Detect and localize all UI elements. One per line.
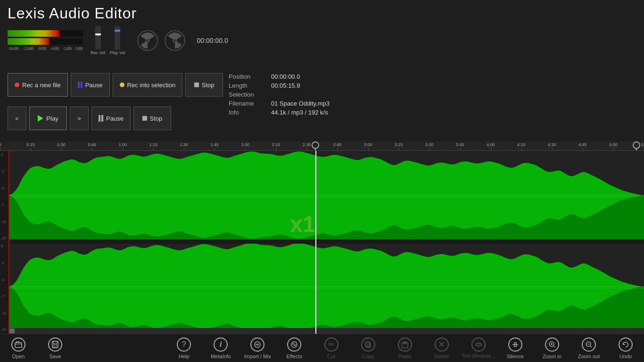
- timeline-ruler[interactable]: 00:150:300:451:001:151:301:452:002:152:3…: [0, 141, 644, 151]
- help-button[interactable]: ? Help: [165, 334, 202, 362]
- import-mix-icon: [250, 337, 264, 352]
- pause2-icon: [99, 115, 103, 122]
- transport-fan-left: [137, 30, 158, 51]
- rec-new-label: Rec a new file: [22, 82, 61, 89]
- stop1-label: Stop: [202, 82, 215, 89]
- copy-icon: [361, 337, 375, 352]
- channel-divider: [0, 242, 644, 244]
- zero-line-bottom: [8, 288, 644, 288]
- pause2-button[interactable]: Pause: [91, 107, 131, 130]
- filename-value: 01 Space Oddity.mp3: [271, 100, 365, 107]
- svg-line-27: [553, 346, 555, 347]
- info-value: 44.1k / mp3 / 192 k/s: [271, 109, 365, 116]
- svg-rect-22: [476, 344, 481, 346]
- zoom-in-icon: [545, 337, 559, 352]
- play-icon: [38, 115, 43, 122]
- copy-button[interactable]: Copy: [350, 334, 387, 362]
- metainfo-button[interactable]: i MetaInfo: [202, 334, 239, 362]
- svg-point-3: [173, 39, 177, 42]
- zoom-out-button[interactable]: Zoom out: [570, 334, 607, 362]
- svg-rect-12: [15, 343, 22, 347]
- trim-label: Trim (Reverse...: [462, 354, 495, 359]
- vol-sliders: Rec Vol Play Vol: [91, 26, 125, 55]
- play-vol-track[interactable]: [115, 26, 120, 49]
- position-value: 00:00:00.0: [271, 73, 365, 80]
- trim-button[interactable]: Trim (Reverse...: [460, 334, 497, 362]
- paste-button[interactable]: Paste: [387, 334, 423, 362]
- silence-icon: [508, 337, 522, 352]
- info-label: Info: [229, 109, 271, 116]
- zero-line-top: [8, 197, 644, 197]
- playhead-top-marker: [312, 141, 319, 151]
- cut-button[interactable]: Cut: [313, 334, 349, 362]
- zoom-out-icon: [582, 337, 596, 352]
- open-icon: [11, 337, 25, 352]
- red-border-line: [8, 151, 9, 334]
- app-title: Lexis Audio Editor: [8, 5, 137, 22]
- stop2-button[interactable]: Stop: [133, 107, 171, 130]
- position-label: Position: [229, 73, 271, 80]
- zoom-in-button[interactable]: Zoom in: [534, 334, 570, 362]
- length-value: 00:05:15.9: [271, 82, 365, 89]
- filename-label: Filename: [229, 100, 271, 107]
- rec-dot: [15, 82, 19, 87]
- open-label: Open: [12, 354, 25, 359]
- vu-bar-bottom: [8, 38, 83, 45]
- bottom-toolbar: Open Save ? Help i MetaInfo Import / Mix…: [0, 334, 644, 362]
- rec-into-button[interactable]: Rec into selection: [113, 73, 183, 97]
- stop2-icon: [142, 116, 147, 121]
- stop1-icon: [194, 82, 199, 87]
- ruler-labels: 00:150:300:451:001:151:301:452:002:152:3…: [0, 141, 644, 150]
- next-label: >: [77, 115, 81, 122]
- prev-button[interactable]: <: [8, 107, 26, 130]
- waveform-canvas[interactable]: 0-2-4-7-12-27 0-2-4-7-12-27 x1: [0, 151, 644, 334]
- metainfo-icon: i: [214, 337, 228, 352]
- effects-button[interactable]: Effects: [276, 334, 313, 362]
- zoom-out-label: Zoom out: [578, 354, 600, 359]
- stop2-label: Stop: [150, 115, 163, 122]
- undo-button[interactable]: Undo: [607, 334, 644, 362]
- cut-label: Cut: [327, 354, 335, 359]
- length-label: Length: [229, 82, 271, 89]
- undo-icon: [619, 337, 633, 352]
- trim-icon: [471, 337, 486, 352]
- delete-button[interactable]: ✕ Delete: [423, 334, 460, 362]
- pause1-icon: [78, 82, 83, 88]
- waveform-section[interactable]: 00:150:300:451:001:151:301:452:002:152:3…: [0, 141, 644, 334]
- svg-point-6: [633, 142, 640, 148]
- stop1-button[interactable]: Stop: [185, 73, 223, 97]
- rec-new-button[interactable]: Rec a new file: [8, 73, 68, 97]
- help-icon: ?: [177, 337, 191, 352]
- transport-icons: [137, 30, 186, 51]
- silence-label: Silence: [507, 354, 524, 359]
- import-mix-button[interactable]: Import / Mix: [239, 334, 276, 362]
- open-button[interactable]: Open: [0, 334, 37, 362]
- selection-value: [271, 91, 365, 98]
- play-button[interactable]: Play: [29, 107, 67, 130]
- delete-label: Delete: [434, 354, 449, 359]
- transport-fan-right: [164, 30, 186, 51]
- paste-label: Paste: [398, 354, 412, 359]
- import-mix-label: Import / Mix: [244, 354, 271, 359]
- rec-vol-track[interactable]: [95, 26, 101, 49]
- db-labels-bottom: 0-2-4-7-12-27: [0, 242, 8, 334]
- pause1-button[interactable]: Pause: [71, 73, 110, 97]
- vu-labels: -34dB -13dB -8dB -4dB -2dB 0dB: [8, 46, 83, 51]
- silence-button[interactable]: Silence: [497, 334, 534, 362]
- save-button[interactable]: Save: [37, 334, 74, 362]
- svg-rect-15: [54, 345, 57, 347]
- svg-rect-19: [365, 342, 370, 346]
- next-button[interactable]: >: [70, 107, 89, 130]
- selection-label: Selection: [229, 91, 271, 98]
- zoom-in-label: Zoom in: [543, 354, 561, 359]
- rec-vol-label: Rec Vol: [91, 50, 105, 55]
- end-marker: [633, 141, 640, 151]
- pause2-label: Pause: [106, 115, 124, 122]
- scrollbar-container[interactable]: [0, 328, 644, 334]
- play-vol-label: Play Vol: [110, 50, 125, 55]
- vu-meter: -34dB -13dB -8dB -4dB -2dB 0dB: [8, 30, 83, 51]
- effects-icon: [287, 337, 301, 352]
- prev-label: <: [15, 115, 19, 122]
- db-labels-top: 0-2-4-7-12-27: [0, 151, 8, 242]
- help-label: Help: [179, 354, 190, 359]
